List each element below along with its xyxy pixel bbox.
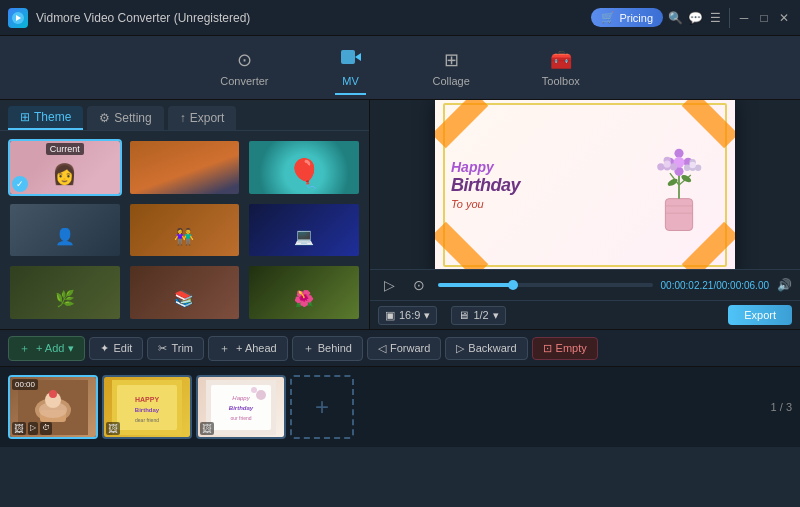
main-content: ⊞ Theme ⚙ Setting ↑ Export Current Happy… xyxy=(0,100,800,329)
chat-button[interactable]: 💬 xyxy=(687,10,703,26)
theme-modernlife-thumb: 👫 xyxy=(130,204,240,259)
theme-lesure-thumb: 🌺 xyxy=(249,266,359,321)
minimize-button[interactable]: ─ xyxy=(736,10,752,26)
trim-button[interactable]: ✂ Trim xyxy=(147,337,204,360)
add-media-button[interactable]: + xyxy=(290,375,354,439)
cart-icon: 🛒 xyxy=(601,11,615,24)
theme-lesure[interactable]: 🌺 Lesure xyxy=(247,264,361,321)
forward-icon: ◁ xyxy=(378,342,386,355)
svg-text:HAPPY: HAPPY xyxy=(135,396,159,403)
tab-collage[interactable]: ⊞ Collage xyxy=(417,43,486,93)
backward-icon: ▷ xyxy=(456,342,464,355)
pricing-button[interactable]: 🛒 Pricing xyxy=(591,8,663,27)
titlebar-left: Vidmore Video Converter (Unregistered) xyxy=(8,8,250,28)
aspect-icon: ▣ xyxy=(385,309,395,322)
timeline-item-1[interactable]: 00:00 🖼 ▷ ⏱ xyxy=(8,375,98,439)
player-options: ▣ 16:9 ▾ 🖥 1/2 ▾ Export xyxy=(370,300,800,329)
card-border xyxy=(443,103,727,267)
add-chevron-icon: ▾ xyxy=(68,342,74,355)
sub-tab-theme[interactable]: ⊞ Theme xyxy=(8,106,83,130)
svg-point-44 xyxy=(256,390,266,400)
scissors-icon: ✂ xyxy=(158,342,167,355)
aspect-ratio-select[interactable]: ▣ 16:9 ▾ xyxy=(378,306,437,325)
sub-tab-setting[interactable]: ⚙ Setting xyxy=(87,106,163,130)
tab-toolbox[interactable]: 🧰 Toolbox xyxy=(526,43,596,93)
collage-icon: ⊞ xyxy=(444,49,459,71)
timeline: 00:00 🖼 ▷ ⏱ HAPPY Birthday dear friend 🖼 xyxy=(0,367,800,447)
close-button[interactable]: ✕ xyxy=(776,10,792,26)
page-chevron-icon: ▾ xyxy=(493,309,499,322)
progress-thumb xyxy=(508,280,518,290)
export-tab-icon: ↑ xyxy=(180,111,186,125)
export-button[interactable]: Export xyxy=(728,305,792,325)
preview-area: Happy Birthday To you xyxy=(370,100,800,269)
timeline-item-2[interactable]: HAPPY Birthday dear friend 🖼 xyxy=(102,375,192,439)
theme-happy[interactable]: Current Happy ✓ xyxy=(8,139,122,196)
clock-icon-1: ⏱ xyxy=(40,422,52,435)
tab-mv[interactable]: MV xyxy=(325,42,377,93)
app-title: Vidmore Video Converter (Unregistered) xyxy=(36,11,250,25)
theme-grid-icon: ⊞ xyxy=(20,110,30,124)
titlebar-right: 🛒 Pricing 🔍 💬 ☰ ─ □ ✕ xyxy=(591,8,792,28)
theme-chic[interactable]: 🎈 Chic xyxy=(247,139,361,196)
theme-modernlife[interactable]: 👫 Modern Life xyxy=(128,202,242,259)
theme-joy-thumb: 💻 xyxy=(249,204,359,259)
timeline-icons-2: 🖼 xyxy=(106,422,120,435)
theme-simple[interactable]: 👤 Simple xyxy=(8,202,122,259)
monitor-icon: 🖥 xyxy=(458,309,469,321)
svg-text:dear friend: dear friend xyxy=(135,417,159,423)
timeline-items: 00:00 🖼 ▷ ⏱ HAPPY Birthday dear friend 🖼 xyxy=(8,375,767,439)
volume-button[interactable]: 🔊 xyxy=(777,278,792,292)
page-select[interactable]: 🖥 1/2 ▾ xyxy=(451,306,505,325)
player-controls: ▷ ⊙ 00:00:02.21/00:00:06.00 🔊 xyxy=(370,269,800,300)
right-panel: Happy Birthday To you xyxy=(370,100,800,329)
behind-button[interactable]: ＋ Behind xyxy=(292,336,363,361)
setting-icon: ⚙ xyxy=(99,111,110,125)
mv-icon xyxy=(341,48,361,71)
search-button[interactable]: 🔍 xyxy=(667,10,683,26)
forward-button[interactable]: ◁ Forward xyxy=(367,337,441,360)
edit-button[interactable]: ✦ Edit xyxy=(89,337,143,360)
timeline-item-3[interactable]: Happy Birthday our friend 🖼 xyxy=(196,375,286,439)
stop-button[interactable]: ⊙ xyxy=(408,274,430,296)
separator xyxy=(729,8,730,28)
image-icon-2: 🖼 xyxy=(106,422,120,435)
empty-button[interactable]: ⊡ Empty xyxy=(532,337,598,360)
tab-converter[interactable]: ⊙ Converter xyxy=(204,43,284,93)
app-icon xyxy=(8,8,28,28)
timeline-icons-3: 🖼 xyxy=(200,422,214,435)
chevron-down-icon: ▾ xyxy=(424,309,430,322)
empty-icon: ⊡ xyxy=(543,342,552,355)
behind-icon: ＋ xyxy=(303,341,314,356)
backward-button[interactable]: ▷ Backward xyxy=(445,337,527,360)
progress-fill xyxy=(438,283,513,287)
titlebar: Vidmore Video Converter (Unregistered) 🛒… xyxy=(0,0,800,36)
theme-blank-thumb xyxy=(130,141,240,196)
page-count: 1 / 3 xyxy=(771,401,792,413)
image-icon-1: 🖼 xyxy=(12,422,26,435)
svg-rect-2 xyxy=(341,50,355,64)
svg-marker-3 xyxy=(355,53,361,61)
converter-icon: ⊙ xyxy=(237,49,252,71)
theme-grid: Current Happy ✓ Blank 🎈 Chic 👤 xyxy=(0,131,369,329)
play-button[interactable]: ▷ xyxy=(378,274,400,296)
add-button[interactable]: ＋ + Add ▾ xyxy=(8,336,85,361)
theme-fashion[interactable]: 📚 Fashion xyxy=(128,264,242,321)
progress-bar[interactable] xyxy=(438,283,653,287)
current-label: Current xyxy=(46,143,84,155)
toolbox-icon: 🧰 xyxy=(550,49,572,71)
svg-text:Birthday: Birthday xyxy=(135,407,160,413)
ahead-button[interactable]: ＋ + Ahead xyxy=(208,336,288,361)
theme-simple-thumb: 👤 xyxy=(10,204,120,259)
theme-blank[interactable]: Blank xyxy=(128,139,242,196)
sub-tabs: ⊞ Theme ⚙ Setting ↑ Export xyxy=(0,100,369,131)
nav-tabs: ⊙ Converter MV ⊞ Collage 🧰 Toolbox xyxy=(0,36,800,100)
theme-romantic-thumb: 🌿 xyxy=(10,266,120,321)
sub-tab-export[interactable]: ↑ Export xyxy=(168,106,237,130)
theme-romantic[interactable]: 🌿 Romantic xyxy=(8,264,122,321)
play-icon-1: ▷ xyxy=(28,422,38,435)
theme-fashion-thumb: 📚 xyxy=(130,266,240,321)
maximize-button[interactable]: □ xyxy=(756,10,772,26)
theme-joy[interactable]: 💻 Joy xyxy=(247,202,361,259)
menu-button[interactable]: ☰ xyxy=(707,10,723,26)
